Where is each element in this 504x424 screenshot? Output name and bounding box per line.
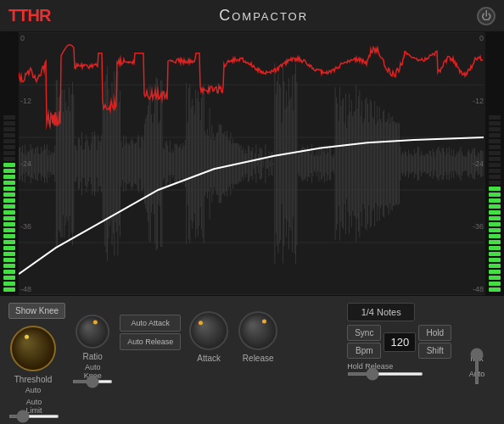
threshold-label: Threshold — [14, 375, 52, 384]
limit-slider[interactable] — [8, 415, 59, 418]
auto-release-button[interactable]: Auto Release — [120, 333, 181, 350]
ratio-group: Ratio Auto Knee — [72, 313, 113, 383]
notes-row: 1/4 Notes — [347, 303, 451, 321]
db-scale-right: 0 -12 -24 -36 -48 — [473, 32, 484, 295]
header: TTHR Compactor ⏻ — [0, 0, 504, 32]
db-label-right-24: -24 — [473, 159, 484, 168]
limit-auto: Auto — [26, 398, 42, 406]
shift-button[interactable]: Shift — [418, 343, 451, 359]
hold-button[interactable]: Hold — [418, 325, 451, 341]
db-label-right-0: 0 — [473, 34, 484, 42]
threshold-group: Threshold Auto — [8, 324, 58, 394]
logo-accent: T — [8, 6, 18, 25]
sync-bpm-row: Sync Bpm 120 Hold Shift — [347, 325, 451, 359]
knee-subgroup: Auto Knee — [72, 363, 113, 383]
controls-row-1: Show Knee Threshold Auto Auto Limit — [8, 303, 496, 418]
db-label-36: -36 — [20, 222, 31, 231]
threshold-knob-wrapper — [8, 324, 58, 373]
sync-bpm-col: Sync Bpm — [347, 325, 381, 359]
attack-knob[interactable] — [188, 310, 230, 352]
release-group: Release — [237, 310, 279, 363]
limit-group: Auto Limit — [8, 398, 59, 418]
show-knee-button[interactable]: Show Knee — [8, 303, 65, 319]
vu-meter-output — [485, 32, 504, 295]
hold-shift-col: Hold Shift — [418, 325, 451, 359]
main-display-area: 0 -12 -24 -36 -48 0 -12 -24 -36 -48 — [0, 32, 504, 295]
waveform-canvas — [19, 32, 484, 295]
knee-slider[interactable] — [72, 380, 113, 383]
auto-attack-button[interactable]: Auto Attack — [120, 315, 181, 332]
release-label: Release — [243, 354, 274, 363]
bpm-value: 120 — [384, 332, 416, 352]
logo: TTHR — [8, 6, 50, 25]
hold-release-group: Hold Release — [347, 362, 451, 376]
mix-slider[interactable] — [475, 348, 479, 385]
ratio-auto: Auto — [85, 363, 101, 371]
db-label-right-48: -48 — [473, 285, 484, 293]
vu-meter-input — [0, 32, 19, 295]
attack-label: Attack — [197, 354, 221, 363]
release-knob[interactable] — [237, 310, 279, 352]
threshold-auto: Auto — [25, 386, 42, 394]
controls-panel: Show Knee Threshold Auto Auto Limit — [0, 295, 504, 424]
db-label-24: -24 — [20, 159, 31, 168]
mix-group: Mix Auto — [458, 354, 496, 378]
hold-release-slider[interactable] — [347, 372, 423, 376]
ratio-knob[interactable] — [74, 313, 111, 350]
vu-input-bars — [2, 35, 17, 293]
power-button[interactable]: ⏻ — [477, 7, 496, 25]
db-label-0: 0 — [20, 34, 31, 42]
show-knee-group: Show Knee Threshold Auto Auto Limit — [8, 303, 65, 418]
app-container: TTHR Compactor ⏻ 0 -12 -24 -36 -48 0 -12 — [0, 0, 504, 424]
app-title: Compactor — [219, 7, 308, 25]
db-label-12: -12 — [20, 97, 31, 105]
db-label-right-36: -36 — [473, 222, 484, 231]
db-label-right-12: -12 — [473, 97, 484, 105]
notes-sync-group: 1/4 Notes Sync Bpm 120 Hold Shift — [347, 303, 451, 376]
ratio-label: Ratio — [82, 352, 102, 361]
attack-group: Attack — [188, 310, 230, 363]
sync-button[interactable]: Sync — [347, 325, 381, 341]
auto-attack-release-group: Auto Attack Auto Release — [120, 315, 181, 350]
notes-display[interactable]: 1/4 Notes — [347, 303, 415, 321]
db-label-48: -48 — [20, 285, 31, 293]
waveform-display: 0 -12 -24 -36 -48 0 -12 -24 -36 -48 — [19, 32, 485, 295]
bpm-button[interactable]: Bpm — [347, 343, 381, 359]
threshold-knob[interactable] — [8, 324, 58, 373]
vu-output-bars — [487, 35, 502, 293]
db-scale-left: 0 -12 -24 -36 -48 — [20, 32, 31, 295]
